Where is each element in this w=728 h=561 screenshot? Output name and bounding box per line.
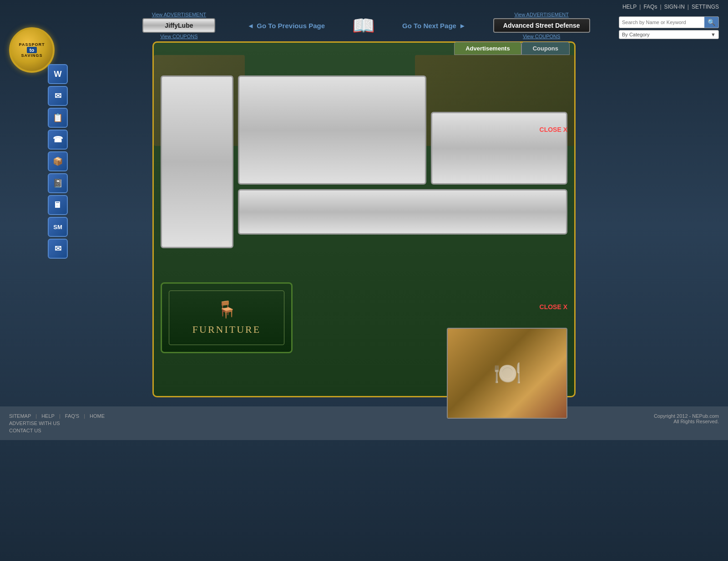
- search-button[interactable]: 🔍: [704, 17, 718, 28]
- tabs-row: Advertisements Coupons: [154, 42, 574, 55]
- close-x-top-label[interactable]: CLOSE X: [540, 126, 567, 133]
- ad-box-right: View ADVERTISEMENT Advanced Street Defen…: [493, 12, 590, 39]
- food-photo: 🍽️: [447, 328, 567, 419]
- sidebar-icon-clipboard[interactable]: 📋: [48, 108, 68, 128]
- food-icon: 🍽️: [493, 360, 521, 386]
- ad-banner-left[interactable]: JiffyLube: [142, 18, 215, 33]
- help-footer-link[interactable]: HELP: [41, 413, 55, 419]
- main-content-wrapper: W ✉ 📋 ☎ 📦 📓 🖩 SM ✉ Advertisements Coupon…: [75, 41, 653, 397]
- ad-box-left: View ADVERTISEMENT JiffyLube View COUPON…: [138, 12, 220, 39]
- furniture-label: FURNITURE: [178, 324, 275, 336]
- footer-copyright: Copyright 2012 - NEPub.com All Rights Re…: [654, 413, 719, 424]
- tab-advertisements[interactable]: Advertisements: [454, 42, 521, 55]
- sidebar-icon-email[interactable]: ✉: [48, 86, 68, 106]
- sidebar-icon-calculator[interactable]: 🖩: [48, 195, 68, 215]
- logo-savings: SAVINGS: [21, 53, 43, 58]
- ad-panel-wide[interactable]: [238, 189, 567, 235]
- home-link[interactable]: HOME: [90, 413, 105, 419]
- photo-inner: 🍽️: [448, 329, 566, 418]
- ad-panel-top-area: [238, 75, 567, 185]
- close-x-bottom[interactable]: CLOSE X: [540, 303, 567, 311]
- sidebar-icon-sm[interactable]: SM: [48, 217, 68, 237]
- sidebar-icon-phone[interactable]: ☎: [48, 130, 68, 150]
- footer-links-row-1: SITEMAP | HELP | FAQ'S | HOME: [9, 413, 105, 419]
- advertise-link[interactable]: ADVERTISE WITH US: [9, 421, 60, 426]
- sidebar-icon-mail[interactable]: ✉: [48, 239, 68, 259]
- photo-area: 🍽️: [447, 328, 567, 419]
- footer: SITEMAP | HELP | FAQ'S | HOME ADVERTISE …: [0, 406, 728, 440]
- contact-link[interactable]: CONTACT US: [9, 428, 41, 433]
- ad-panels-right: [238, 75, 567, 248]
- help-link[interactable]: HELP: [622, 4, 637, 10]
- ad-panel-medium[interactable]: [431, 112, 567, 185]
- chevron-down-icon: ▼: [711, 32, 716, 37]
- tab-coupons[interactable]: Coupons: [521, 42, 570, 55]
- copyright-text: Copyright 2012 - NEPub.com: [654, 413, 719, 419]
- furniture-sign[interactable]: 🪑 FURNITURE: [161, 282, 293, 353]
- footer-links-row-3: CONTACT US: [9, 428, 105, 433]
- view-coupons-right-link[interactable]: View COUPONS: [523, 34, 560, 39]
- ad-panel-large[interactable]: [238, 75, 426, 185]
- search-bar[interactable]: 🔍: [619, 16, 719, 28]
- sign-in-link[interactable]: SIGN-IN: [664, 4, 685, 10]
- logo-passport: PASSPORT: [19, 42, 45, 47]
- sidebar-icons: W ✉ 📋 ☎ 📦 📓 🖩 SM ✉: [48, 64, 68, 259]
- sidebar-icon-notebook[interactable]: 📓: [48, 173, 68, 193]
- close-x-top[interactable]: CLOSE X: [540, 125, 567, 134]
- next-page-button[interactable]: Go To Next Page: [402, 22, 466, 30]
- next-label: Go To Next Page: [402, 22, 456, 30]
- search-area: 🔍 By Category ▼: [619, 16, 719, 39]
- prev-label: Go To Previous Page: [257, 22, 325, 30]
- book-icon: 📖: [352, 15, 375, 36]
- footer-links-row-2: ADVERTISE WITH US: [9, 421, 105, 426]
- sitemap-link[interactable]: SITEMAP: [9, 413, 31, 419]
- category-label: By Category: [622, 32, 650, 37]
- ad-panel-tall[interactable]: [161, 75, 233, 248]
- view-ad-left-link[interactable]: View ADVERTISEMENT: [152, 12, 206, 17]
- sidebar-icon-w[interactable]: W: [48, 64, 68, 84]
- prev-page-button[interactable]: Go To Previous Page: [247, 22, 325, 30]
- search-input[interactable]: [619, 18, 704, 27]
- content-area: CLOSE X CLOSE: [154, 55, 574, 396]
- ad-banner-right[interactable]: Advanced Street Defense: [493, 18, 590, 33]
- logo-to: to: [27, 47, 37, 53]
- chair-icon: 🪑: [178, 300, 275, 319]
- faqs-footer-link[interactable]: FAQ'S: [65, 413, 79, 419]
- ad-panels-grid: [161, 75, 567, 248]
- main-panel: Advertisements Coupons CLOSE X: [152, 41, 576, 397]
- close-x-bottom-label[interactable]: CLOSE X: [540, 303, 567, 311]
- view-ad-right-link[interactable]: View ADVERTISEMENT: [515, 12, 569, 17]
- faqs-link[interactable]: FAQs: [643, 4, 657, 10]
- settings-link[interactable]: SETTINGS: [692, 4, 719, 10]
- furniture-sign-inner: 🪑 FURNITURE: [169, 291, 284, 345]
- footer-links: SITEMAP | HELP | FAQ'S | HOME ADVERTISE …: [9, 413, 105, 433]
- sidebar-icon-package[interactable]: 📦: [48, 151, 68, 171]
- rights-text: All Rights Reserved.: [654, 419, 719, 424]
- nav-links: HELP | FAQs | SIGN-IN | SETTINGS: [622, 4, 719, 10]
- category-dropdown[interactable]: By Category ▼: [619, 30, 719, 39]
- view-coupons-left-link[interactable]: View COUPONS: [160, 34, 197, 39]
- top-nav: HELP | FAQs | SIGN-IN | SETTINGS: [0, 0, 728, 7]
